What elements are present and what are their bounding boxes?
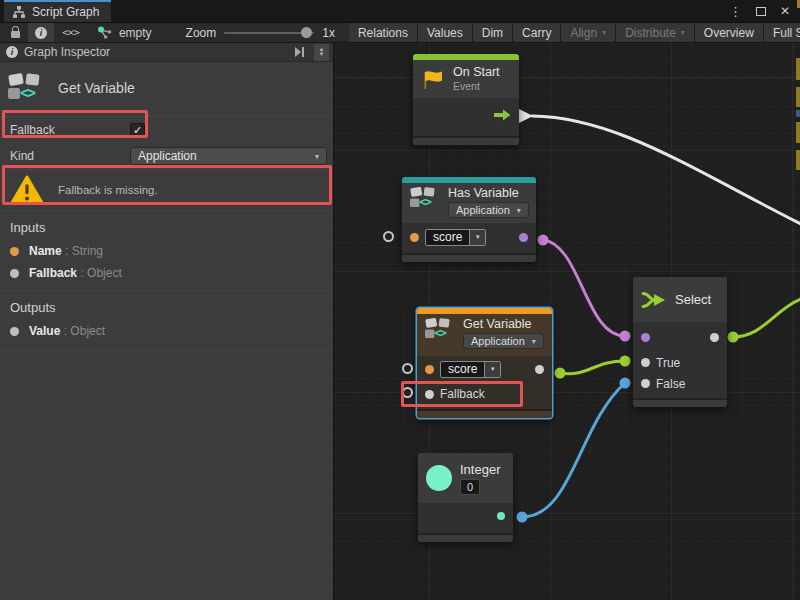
clipped-node-edge bbox=[796, 87, 800, 107]
open-port-ring[interactable] bbox=[402, 363, 413, 374]
chevron-down-icon: ▾ bbox=[602, 28, 606, 37]
condition-port[interactable] bbox=[641, 333, 650, 342]
close-icon[interactable]: ✕ bbox=[780, 5, 790, 17]
flag-icon bbox=[421, 67, 445, 91]
wire-endpoint bbox=[620, 356, 631, 367]
fallback-checkbox[interactable]: ✓ bbox=[130, 123, 145, 138]
selection-out-port[interactable] bbox=[710, 333, 719, 342]
node-integer[interactable]: Integer 0 bbox=[418, 453, 513, 542]
clipped-node-edge bbox=[796, 150, 800, 170]
tab-script-graph[interactable]: Script Graph bbox=[4, 0, 111, 22]
wire-endpoint bbox=[555, 368, 566, 379]
breadcrumb[interactable]: empty bbox=[97, 23, 152, 42]
distribute-button[interactable]: Distribute ▾ bbox=[616, 23, 694, 42]
integer-value-field[interactable]: 0 bbox=[460, 479, 480, 495]
variable-icon: <> bbox=[8, 72, 44, 104]
variable-name-field[interactable]: score ▾ bbox=[440, 361, 501, 378]
name-port[interactable] bbox=[425, 365, 434, 374]
select-icon bbox=[641, 289, 667, 311]
zoom-label: Zoom bbox=[186, 26, 217, 40]
input-port-fallback: Fallback : Object bbox=[0, 262, 333, 284]
kind-value: Application bbox=[138, 149, 197, 163]
wire-endpoint bbox=[538, 235, 549, 246]
fallback-port[interactable] bbox=[425, 390, 434, 399]
integer-out-port[interactable] bbox=[497, 512, 505, 520]
lock-icon[interactable] bbox=[8, 26, 22, 40]
graph-pointer-icon bbox=[97, 26, 113, 40]
scroll-spinner[interactable]: ▲ ▼ bbox=[314, 44, 329, 61]
graph-inspector-panel: i Graph Inspector ▲ ▼ <> Get Variable Fa… bbox=[0, 43, 335, 600]
clipped-node-edge bbox=[796, 58, 800, 80]
toolbar-buttons: Relations Values Dim Carry Align ▾ Distr… bbox=[349, 23, 800, 42]
node-has-variable[interactable]: <> Has Variable Application ▾ score ▾ bbox=[402, 177, 536, 262]
zoom-control: Zoom 1x bbox=[186, 23, 335, 42]
maximize-icon[interactable] bbox=[756, 7, 766, 16]
warning-message: Fallback is missing. bbox=[0, 170, 333, 210]
variable-icon: <> bbox=[425, 317, 448, 337]
chevron-down-icon: ▾ bbox=[517, 206, 521, 215]
wire-select-out[interactable] bbox=[733, 299, 800, 337]
values-button[interactable]: Values bbox=[418, 23, 472, 42]
kind-dropdown[interactable]: Application ▾ bbox=[130, 147, 327, 165]
open-port-ring[interactable] bbox=[383, 231, 394, 242]
true-port[interactable] bbox=[641, 358, 650, 367]
fallback-label: Fallback bbox=[10, 123, 130, 137]
code-view-button[interactable]: <×> bbox=[56, 23, 85, 42]
carry-button[interactable]: Carry bbox=[513, 23, 560, 42]
inspector-header: i Graph Inspector ▲ ▼ bbox=[0, 43, 333, 62]
align-button[interactable]: Align ▾ bbox=[561, 23, 615, 42]
variable-icon: <> bbox=[410, 186, 433, 206]
overview-button[interactable]: Overview bbox=[695, 23, 763, 42]
false-port[interactable] bbox=[641, 379, 650, 388]
wire-hasvariable-select[interactable] bbox=[543, 240, 625, 336]
kind-dropdown[interactable]: Application ▾ bbox=[448, 202, 529, 218]
wire-getvariable-select[interactable] bbox=[560, 361, 625, 374]
wire-onstart[interactable] bbox=[532, 116, 800, 224]
kind-label: Kind bbox=[10, 149, 130, 163]
check-icon: ✓ bbox=[133, 124, 142, 136]
chevron-down-icon[interactable]: ▾ bbox=[484, 362, 500, 377]
dock-icon[interactable] bbox=[295, 47, 304, 57]
tab-title: Script Graph bbox=[32, 5, 99, 19]
inspector-toggle-button[interactable]: i bbox=[28, 23, 54, 42]
toolbar-left-icons: i <×> bbox=[0, 23, 85, 42]
integer-icon bbox=[426, 465, 452, 491]
warning-icon bbox=[10, 175, 44, 205]
variable-name-field[interactable]: score ▾ bbox=[425, 229, 486, 246]
dim-button[interactable]: Dim bbox=[473, 23, 512, 42]
unit-title: Get Variable bbox=[58, 80, 135, 96]
selected-unit-header: <> Get Variable bbox=[0, 62, 333, 116]
outputs-heading: Outputs bbox=[0, 291, 333, 320]
graph-canvas[interactable]: On Start Event <> bbox=[335, 43, 800, 600]
port-dot-gray bbox=[10, 269, 19, 278]
name-port[interactable] bbox=[410, 233, 419, 242]
value-out-port[interactable] bbox=[535, 365, 544, 374]
warning-text: Fallback is missing. bbox=[58, 184, 158, 196]
wires-layer bbox=[335, 43, 800, 600]
node-select[interactable]: Select True False bbox=[633, 277, 727, 407]
window-menu-icon[interactable]: ⋮ bbox=[729, 5, 742, 18]
full-screen-button[interactable]: Full Screen bbox=[764, 23, 800, 42]
node-on-start[interactable]: On Start Event bbox=[413, 54, 519, 145]
kind-dropdown[interactable]: Application ▾ bbox=[463, 333, 544, 349]
zoom-slider[interactable] bbox=[224, 32, 314, 34]
node-get-variable[interactable]: <> Get Variable Application ▾ score ▾ bbox=[417, 308, 552, 418]
flow-out-port[interactable] bbox=[494, 109, 511, 121]
chevron-down-icon[interactable]: ▾ bbox=[469, 230, 485, 245]
chevron-down-icon: ▾ bbox=[315, 152, 319, 161]
chevron-down-icon: ▾ bbox=[532, 337, 536, 346]
inspector-title: Graph Inspector bbox=[24, 45, 110, 59]
open-port-ring[interactable] bbox=[402, 387, 413, 398]
result-port[interactable] bbox=[519, 233, 528, 242]
title-bar: Script Graph ⋮ ✕ bbox=[0, 0, 800, 22]
inputs-heading: Inputs bbox=[0, 211, 333, 240]
port-dot-gray bbox=[10, 327, 19, 336]
zoom-slider-handle[interactable] bbox=[301, 27, 312, 38]
wire-endpoint bbox=[620, 331, 631, 342]
relations-button[interactable]: Relations bbox=[349, 23, 417, 42]
window-controls: ⋮ ✕ bbox=[729, 0, 800, 22]
wire-endpoint bbox=[728, 332, 739, 343]
info-icon: i bbox=[6, 46, 18, 58]
code-icon: <×> bbox=[62, 26, 79, 39]
spinner-down-icon[interactable]: ▼ bbox=[319, 52, 325, 57]
